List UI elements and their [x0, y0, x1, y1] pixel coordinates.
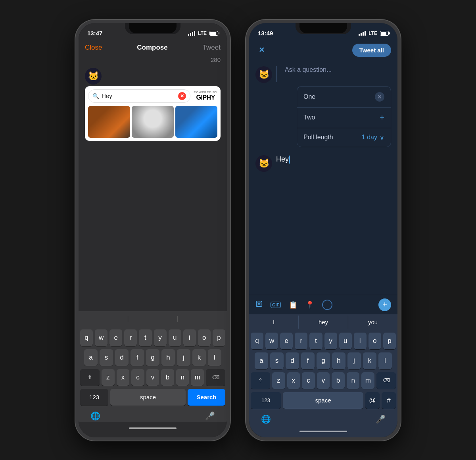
key-k[interactable]: k: [192, 349, 206, 366]
key-r-j[interactable]: j: [347, 352, 361, 369]
key-e[interactable]: e: [109, 329, 122, 346]
key-f[interactable]: f: [131, 349, 144, 366]
key-row-r1: q w e r t y u i o p: [251, 333, 396, 349]
close-button[interactable]: Close: [85, 44, 102, 52]
key-a[interactable]: a: [84, 349, 98, 366]
gif-search-bar[interactable]: 🔍 Hey ✕: [88, 89, 190, 103]
key-r-l[interactable]: l: [378, 352, 392, 369]
key-r-i[interactable]: i: [354, 333, 367, 349]
key-r-x[interactable]: x: [287, 372, 300, 389]
key-r-v[interactable]: v: [317, 372, 330, 389]
key-s[interactable]: s: [100, 349, 113, 366]
key-t[interactable]: t: [139, 329, 152, 346]
key-r-w[interactable]: w: [265, 333, 278, 349]
key-h[interactable]: h: [161, 349, 175, 366]
add-tweet-button[interactable]: +: [378, 298, 391, 311]
key-r-a[interactable]: a: [255, 352, 268, 369]
key-r-y[interactable]: y: [324, 333, 337, 349]
key-r-m[interactable]: m: [361, 372, 374, 389]
key-v[interactable]: v: [146, 369, 159, 386]
key-r-shift[interactable]: ⇧: [251, 372, 270, 389]
key-r-u[interactable]: u: [339, 333, 352, 349]
poll-option-2-text[interactable]: Two: [303, 114, 315, 121]
key-r-space[interactable]: space: [283, 392, 363, 409]
key-r-q[interactable]: q: [251, 333, 263, 349]
key-r-n[interactable]: n: [347, 372, 360, 389]
poll-option-1-text[interactable]: One: [303, 93, 315, 100]
key-j[interactable]: j: [177, 349, 190, 366]
key-z[interactable]: z: [102, 369, 115, 386]
suggestion-hey[interactable]: hey: [299, 316, 348, 329]
globe-icon-2[interactable]: 🌐: [261, 414, 271, 424]
key-u[interactable]: u: [169, 329, 181, 346]
key-r-z[interactable]: z: [272, 372, 285, 389]
key-row-3: ⇧ z x c v b n m ⌫: [80, 369, 225, 386]
poll-option-add-button[interactable]: +: [380, 113, 384, 122]
search-button[interactable]: Search: [188, 389, 225, 406]
key-p[interactable]: p: [213, 329, 225, 346]
key-r-k[interactable]: k: [363, 352, 376, 369]
tweet-all-button[interactable]: Tweet all: [352, 44, 391, 57]
key-d[interactable]: d: [115, 349, 129, 366]
key-r-c[interactable]: c: [302, 372, 315, 389]
gif-icon[interactable]: GIF: [271, 302, 281, 308]
location-icon[interactable]: 📍: [305, 300, 314, 309]
close-x-button[interactable]: ✕: [255, 44, 267, 56]
key-r-delete[interactable]: ⌫: [376, 372, 396, 389]
key-space[interactable]: space: [110, 389, 186, 406]
image-icon[interactable]: 🖼: [255, 300, 263, 309]
key-r-g[interactable]: g: [317, 352, 330, 369]
key-shift[interactable]: ⇧: [80, 369, 100, 386]
key-r-t[interactable]: t: [309, 333, 322, 349]
suggestion-i[interactable]: I: [249, 316, 299, 329]
key-r-f[interactable]: f: [301, 352, 315, 369]
key-r-o[interactable]: o: [369, 333, 381, 349]
key-w[interactable]: w: [95, 329, 107, 346]
key-l[interactable]: l: [208, 349, 221, 366]
key-r-d[interactable]: d: [286, 352, 299, 369]
key-i[interactable]: i: [183, 329, 196, 346]
key-r[interactable]: r: [124, 329, 137, 346]
suggestion-empty-left[interactable]: [79, 316, 128, 322]
suggestion-you[interactable]: you: [348, 316, 397, 329]
key-y[interactable]: y: [154, 329, 167, 346]
key-x[interactable]: x: [117, 369, 130, 386]
key-r-s[interactable]: s: [270, 352, 284, 369]
mic-icon-2[interactable]: 🎤: [376, 414, 386, 424]
poll-length-value[interactable]: 1 day ∨: [362, 134, 384, 141]
poll-option-1-clear[interactable]: ✕: [375, 92, 384, 102]
mic-icon-1[interactable]: 🎤: [205, 411, 215, 421]
key-c[interactable]: c: [131, 369, 144, 386]
tweet-button[interactable]: Tweet: [203, 44, 221, 52]
key-numbers[interactable]: 123: [80, 389, 108, 406]
empty-space: [249, 177, 397, 295]
gif-thumb-1[interactable]: [88, 106, 130, 138]
key-delete[interactable]: ⌫: [206, 369, 225, 386]
key-r-p[interactable]: p: [383, 333, 396, 349]
key-r-b[interactable]: b: [332, 372, 345, 389]
key-r-h[interactable]: h: [332, 352, 345, 369]
key-n[interactable]: n: [176, 369, 189, 386]
key-r-at[interactable]: @: [365, 392, 380, 409]
key-m[interactable]: m: [191, 369, 204, 386]
circle-button[interactable]: [322, 300, 332, 310]
key-r-hash[interactable]: #: [382, 392, 396, 409]
suggestion-empty-right[interactable]: [178, 316, 227, 322]
gif-clear-button[interactable]: ✕: [178, 92, 186, 100]
globe-icon-1[interactable]: 🌐: [90, 411, 100, 421]
key-r-r[interactable]: r: [295, 333, 307, 349]
key-g[interactable]: g: [146, 349, 159, 366]
silent-switch-2: [246, 79, 247, 92]
tweet-text-area[interactable]: Hey: [276, 155, 290, 164]
poll-question-placeholder[interactable]: Ask a question...: [285, 66, 391, 73]
key-q[interactable]: q: [80, 329, 93, 346]
key-r-numbers[interactable]: 123: [251, 392, 281, 409]
key-r-e[interactable]: e: [280, 333, 293, 349]
gif-search-input[interactable]: Hey: [102, 92, 176, 99]
suggestion-empty-mid[interactable]: [128, 316, 178, 322]
gif-thumb-2[interactable]: [132, 106, 174, 138]
key-o[interactable]: o: [198, 329, 211, 346]
key-b[interactable]: b: [161, 369, 174, 386]
gif-thumb-3[interactable]: [175, 106, 217, 138]
list-icon[interactable]: 📋: [289, 300, 298, 309]
